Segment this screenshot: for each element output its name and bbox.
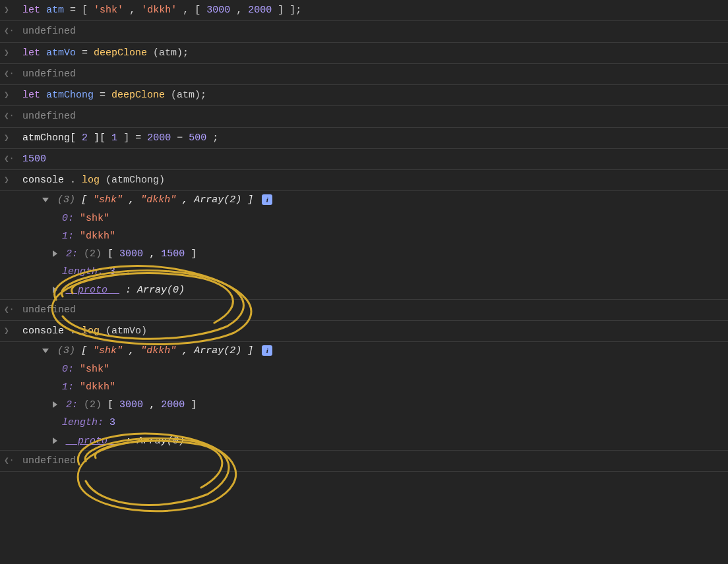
input-chevron-icon: ❯ [4,88,22,102]
object-summary-row[interactable]: (3) [ "shk" , "dkkh" , Array(2) ] i [0,191,728,209]
info-icon[interactable]: i [262,194,272,205]
console-output-row: ❮⋅ undefined [0,451,728,472]
expand-toggle-icon[interactable] [42,198,49,202]
console-input-row[interactable]: ❯ let atmChong = deepClone (atm); [0,85,728,106]
expand-toggle-icon[interactable] [53,287,57,293]
code-line: let atmVo = deepClone (atm); [22,45,723,61]
output-chevron-icon: ❮⋅ [4,152,22,166]
output-chevron-icon: ❮⋅ [4,109,22,123]
info-icon[interactable]: i [262,345,272,356]
output-value: undefined [22,302,723,318]
console-output-row: ❮⋅ undefined [0,106,728,127]
object-summary-row[interactable]: (3) [ "shk" , "dkkh" , Array(2) ] i [0,342,728,360]
code-line: let atm = [ 'shk' , 'dkkh' , [ 3000 , 20… [22,3,723,18]
input-chevron-icon: ❯ [4,324,22,338]
expand-toggle-icon[interactable] [53,401,57,408]
output-value: undefined [22,67,723,82]
input-chevron-icon: ❯ [4,45,22,60]
code-line: atmChong[ 2 ][ 1 ] = 2000 − 500 ; [22,130,723,146]
object-property-row: length: 3 [0,263,728,281]
expand-toggle-icon[interactable] [42,349,49,353]
output-chevron-icon: ❮⋅ [4,24,22,38]
object-property-row: 0: "shk" [0,210,728,227]
console-input-row[interactable]: ❯ let atmVo = deepClone (atm); [0,43,728,64]
console-input-row[interactable]: ❯ console . log (atmVo) [0,321,728,342]
object-property-row: 1: "dkkh" [0,378,728,396]
console-output-row: ❮⋅ undefined [0,300,728,321]
console-input-row[interactable]: ❯ console . log (atmChong) [0,170,728,191]
output-chevron-icon: ❮⋅ [4,302,22,317]
object-property-row[interactable]: __proto__ : Array(0) [0,432,728,451]
input-chevron-icon: ❯ [4,130,22,145]
input-chevron-icon: ❯ [4,173,22,187]
object-property-row: 1: "dkkh" [0,227,728,245]
output-value: undefined [22,109,723,124]
code-line: let atmChong = deepClone (atm); [22,88,723,103]
output-value: undefined [22,453,723,468]
object-property-row[interactable]: 2: (2) [ 3000 , 1500 ] [0,245,728,263]
console-output-row: ❮⋅ undefined [0,21,728,42]
code-line: console . log (atmChong) [22,173,723,188]
object-property-row[interactable]: 2: (2) [ 3000 , 2000 ] [0,396,728,414]
object-property-row: length: 3 [0,414,728,432]
input-chevron-icon: ❯ [4,3,22,17]
console-output-row: ❮⋅ 1500 [0,149,728,170]
console-input-row[interactable]: ❯ let atm = [ 'shk' , 'dkkh' , [ 3000 , … [0,0,728,21]
console-input-row[interactable]: ❯ atmChong[ 2 ][ 1 ] = 2000 − 500 ; [0,128,728,149]
output-chevron-icon: ❮⋅ [4,453,22,468]
expand-toggle-icon[interactable] [53,250,57,257]
code-line: console . log (atmVo) [22,324,723,339]
output-value: 1500 [22,152,723,167]
output-value: undefined [22,24,723,39]
output-chevron-icon: ❮⋅ [4,67,22,81]
object-property-row[interactable]: __proto__ : Array(0) [0,281,728,300]
expand-toggle-icon[interactable] [53,437,57,444]
console-output-row: ❮⋅ undefined [0,64,728,85]
object-property-row: 0: "shk" [0,360,728,378]
